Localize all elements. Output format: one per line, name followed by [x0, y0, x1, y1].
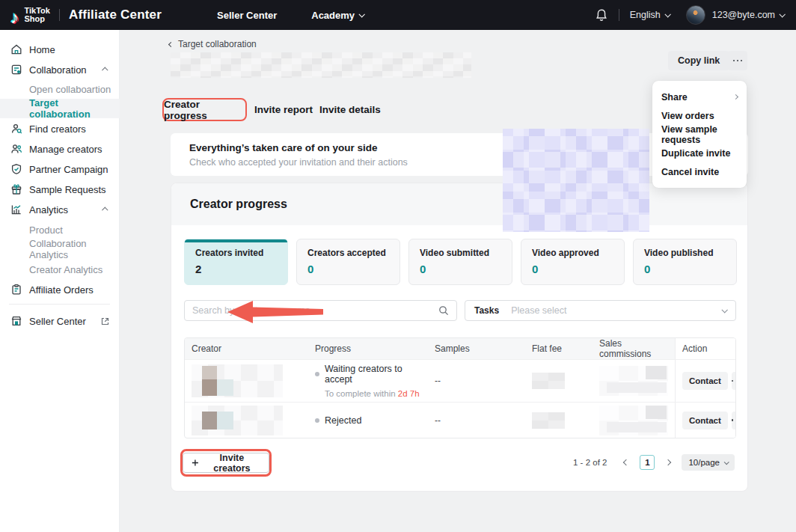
- stat-label: Video submitted: [420, 248, 501, 258]
- table-row: Waiting creators to accept To complete w…: [185, 359, 735, 402]
- sidebar-item-open-collaboration[interactable]: Open collaboartion: [0, 79, 120, 99]
- page-size-select[interactable]: 10/page: [682, 454, 735, 471]
- action-cell: Contact: [675, 360, 735, 402]
- avatar[interactable]: [686, 5, 705, 25]
- affiliate-orders-icon: [10, 284, 22, 296]
- creator-table: Creator Progress Samples Flat fee Sales …: [184, 337, 736, 438]
- menu-item-label: View orders: [661, 111, 714, 121]
- sidebar-item-label: Open collaboartion: [29, 84, 111, 95]
- nav-seller-center[interactable]: Seller Center: [217, 10, 277, 21]
- creator-cell: [185, 360, 308, 402]
- action-cell: Contact: [675, 403, 735, 438]
- tab-invite-report[interactable]: Invite report: [254, 104, 313, 115]
- sidebar-item-home[interactable]: Home: [0, 40, 120, 59]
- sidebar-item-product[interactable]: Product: [0, 220, 120, 239]
- stat-label: Video published: [644, 248, 726, 258]
- account-menu[interactable]: 123@byte.com: [712, 10, 784, 20]
- sidebar-item-collaboration[interactable]: Collaboration: [0, 60, 120, 79]
- back-chevron-icon: [168, 41, 174, 46]
- page-number-button[interactable]: 1: [640, 455, 655, 470]
- notification-bell-icon[interactable]: [595, 8, 608, 22]
- menu-item-label: Duplicate invite: [661, 148, 730, 159]
- tab-creator-progress[interactable]: Creator progress: [164, 99, 245, 121]
- sidebar-item-label: Product: [29, 224, 63, 236]
- sidebar-item-target-collaboration[interactable]: Target collaboration: [0, 99, 120, 118]
- sidebar-item-partner-campaign[interactable]: Partner Campaign: [0, 159, 120, 179]
- next-page-button[interactable]: [664, 459, 672, 466]
- ellipsis-icon: [732, 380, 736, 382]
- chevron-down-icon: [664, 11, 670, 17]
- stat-video-submitted[interactable]: Video submitted 0: [408, 239, 512, 285]
- menu-item-view-orders[interactable]: View orders: [652, 106, 747, 125]
- analytics-icon: [10, 204, 22, 215]
- menu-item-share[interactable]: Share: [652, 88, 747, 106]
- stat-value: 0: [307, 263, 389, 275]
- chevron-right-icon: [733, 94, 738, 100]
- pagination-range: 1 - 2 of 2: [573, 458, 607, 467]
- stat-creators-invited[interactable]: Creators invited 2: [184, 239, 288, 285]
- redacted-sales-commissions: [599, 406, 668, 435]
- table-row: Rejected -- Contact: [185, 402, 735, 438]
- stat-creators-accepted[interactable]: Creators accepted 0: [296, 239, 400, 285]
- sidebar-item-label: Affiliate Orders: [29, 284, 94, 296]
- tasks-label: Tasks: [474, 305, 499, 316]
- stat-video-published[interactable]: Video published 0: [633, 239, 737, 285]
- menu-item-cancel-invite[interactable]: Cancel invite: [652, 162, 747, 181]
- row-more-button[interactable]: [732, 372, 736, 390]
- menu-item-view-sample-requests[interactable]: View sample requests: [652, 125, 747, 144]
- progress-cell: Waiting creators to accept To complete w…: [308, 360, 428, 402]
- contact-button[interactable]: Contact: [682, 372, 728, 390]
- prev-page-button[interactable]: [622, 459, 630, 466]
- sidebar-item-find-creators[interactable]: Find creators: [0, 119, 120, 138]
- header-divider: [619, 9, 619, 21]
- card-header: Creator progress: [171, 183, 747, 225]
- menu-item-label: View sample requests: [661, 124, 738, 145]
- seller-center-icon: [10, 315, 22, 327]
- redacted-flat-fee: [532, 412, 565, 429]
- sidebar-item-label: Collaboration Analytics: [29, 238, 120, 260]
- brand-wordmark: TikTok Shop: [25, 7, 50, 23]
- sidebar-item-label: Collaboration: [29, 64, 87, 76]
- sidebar-item-manage-creators[interactable]: Manage creators: [0, 139, 120, 159]
- language-selector[interactable]: English: [630, 10, 670, 20]
- flat-fee-cell: [525, 360, 593, 402]
- copy-link-button[interactable]: Copy link: [668, 51, 729, 70]
- sidebar-item-analytics[interactable]: Analytics: [0, 200, 120, 219]
- tasks-select[interactable]: Tasks Please select: [465, 300, 736, 321]
- stat-video-approved[interactable]: Video approved 0: [521, 239, 625, 285]
- contact-button[interactable]: Contact: [682, 412, 728, 429]
- invite-creators-button[interactable]: Invite creators: [183, 453, 269, 473]
- chevron-left-icon: [623, 459, 629, 465]
- sidebar-item-creator-analytics[interactable]: Creator Analytics: [0, 260, 120, 279]
- sidebar-item-affiliate-orders[interactable]: Affiliate Orders: [0, 280, 120, 299]
- row-more-button[interactable]: [732, 412, 736, 429]
- pagination: 1 - 2 of 2 1 10/page: [573, 451, 735, 474]
- stat-label: Video approved: [532, 248, 613, 258]
- col-samples: Samples: [428, 338, 525, 359]
- sidebar: Home Collaboration Open collaboartion Ta…: [0, 30, 120, 532]
- status-dot-icon: [315, 418, 319, 423]
- sidebar-item-collaboration-analytics[interactable]: Collaboration Analytics: [0, 239, 120, 259]
- menu-item-label: Share: [661, 92, 688, 103]
- app-title: Affiliate Center: [69, 7, 162, 22]
- sidebar-item-label: Target collaboration: [29, 97, 120, 120]
- sidebar-item-seller-center[interactable]: Seller Center: [0, 311, 120, 331]
- sidebar-item-label: Home: [29, 44, 55, 55]
- more-actions-button[interactable]: [728, 51, 747, 70]
- section-title: Creator progress: [190, 198, 287, 211]
- ellipsis-icon: [732, 419, 736, 421]
- search-icon[interactable]: [438, 305, 449, 316]
- breadcrumb[interactable]: Target collaboration: [169, 39, 257, 49]
- menu-item-duplicate-invite[interactable]: Duplicate invite: [652, 144, 747, 162]
- chevron-down-icon: [359, 11, 365, 17]
- chevron-right-icon: [665, 459, 671, 465]
- progress-cell: Rejected: [308, 403, 428, 438]
- header-right: English 123@byte.com: [595, 5, 784, 25]
- redacted-invite-title: [171, 52, 471, 78]
- nav-academy[interactable]: Academy: [311, 10, 364, 21]
- header-divider: [59, 9, 60, 21]
- external-link-icon: [101, 317, 109, 325]
- annotation-box-creator-progress: Creator progress: [162, 98, 247, 121]
- sidebar-item-sample-requests[interactable]: Sample Requests: [0, 180, 120, 199]
- tab-invite-details[interactable]: Invite details: [319, 104, 381, 115]
